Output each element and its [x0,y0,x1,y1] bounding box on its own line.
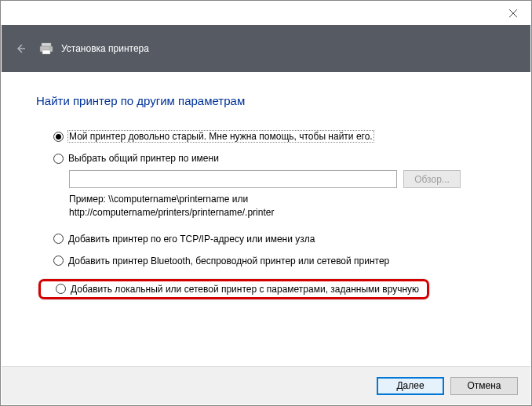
highlight-annotation: Добавить локальный или сетевой принтер с… [38,279,429,299]
option-old-printer[interactable]: Мой принтер довольно старый. Мне нужна п… [36,131,496,142]
radio-bluetooth[interactable] [53,256,64,266]
titlebar [2,2,530,25]
svg-rect-3 [42,43,51,46]
label-old-printer[interactable]: Мой принтер довольно старый. Мне нужна п… [68,131,373,142]
close-icon [509,9,517,17]
label-bluetooth[interactable]: Добавить принтер Bluetooth, беспроводной… [68,256,389,266]
back-arrow-icon [15,43,26,54]
content-area: Найти принтер по другим параметрам Мой п… [2,72,530,366]
back-button[interactable] [13,41,28,56]
printer-icon [39,42,53,56]
svg-point-6 [49,47,51,49]
radio-shared-by-name[interactable] [53,154,64,164]
radio-manual[interactable] [56,284,66,294]
next-button[interactable]: Далее [377,377,444,395]
cancel-button[interactable]: Отмена [450,377,518,395]
label-shared-by-name[interactable]: Выбрать общий принтер по имени [68,153,219,164]
shared-sub-block: Обзор... Пример: \\computername\printern… [36,170,496,219]
page-title: Найти принтер по другим параметрам [36,94,496,107]
close-button[interactable] [495,2,530,25]
radio-tcp-ip[interactable] [53,234,64,244]
shared-printer-input[interactable] [69,170,397,188]
browse-button: Обзор... [403,170,461,188]
example-text: Пример: \\computername\printername или h… [69,193,496,219]
svg-rect-5 [42,50,50,54]
label-tcp-ip[interactable]: Добавить принтер по его TCP/IP-адресу ил… [68,234,315,245]
example-line2: http://computername/printers/printername… [69,207,274,218]
option-tcp-ip[interactable]: Добавить принтер по его TCP/IP-адресу ил… [36,234,496,245]
option-bluetooth[interactable]: Добавить принтер Bluetooth, беспроводной… [36,256,496,266]
dialog-window: Установка принтера Найти принтер по друг… [0,0,532,406]
example-line1: Пример: \\computername\printername или [69,194,248,205]
option-shared-by-name[interactable]: Выбрать общий принтер по имени [36,153,496,164]
footer: Далее Отмена [2,366,530,404]
radio-old-printer[interactable] [53,132,64,142]
wizard-header: Установка принтера [2,25,530,72]
label-manual[interactable]: Добавить локальный или сетевой принтер с… [71,284,419,295]
header-title: Установка принтера [61,43,149,54]
